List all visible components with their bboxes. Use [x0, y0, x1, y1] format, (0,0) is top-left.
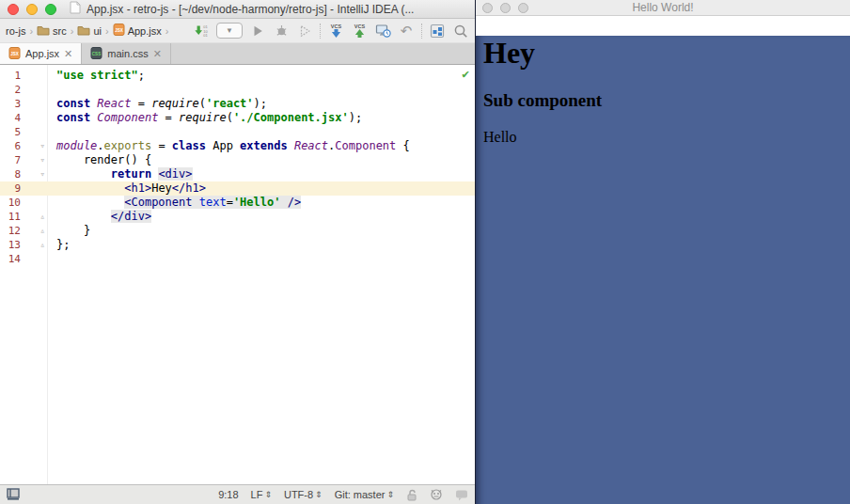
- line-number: 13: [0, 238, 21, 252]
- page-subheading: Sub component: [483, 90, 842, 111]
- line-ending-widget[interactable]: LF⇕: [251, 489, 272, 500]
- close-tab-icon[interactable]: ✕: [153, 49, 162, 59]
- code-line-14[interactable]: 14: [0, 252, 475, 266]
- browser-window-title: Hello World!: [476, 1, 850, 14]
- jsx-file-icon: JSX: [113, 24, 125, 38]
- breadcrumb-item-project[interactable]: ro-js: [6, 25, 25, 37]
- fold-marker-icon[interactable]: ▵: [21, 210, 49, 224]
- code-line-2[interactable]: 2: [0, 83, 475, 97]
- document-proxy-icon[interactable]: [70, 1, 81, 18]
- toolbar-separator: [421, 24, 422, 39]
- code-line-1[interactable]: 1"use strict";: [0, 69, 475, 83]
- zoom-window-button[interactable]: [45, 4, 56, 15]
- breadcrumb-item-ui[interactable]: ui: [77, 24, 102, 38]
- code-text: const React = require('react');: [49, 97, 267, 111]
- tab-app-jsx[interactable]: JSX App.jsx ✕: [0, 43, 82, 64]
- lock-icon[interactable]: [406, 489, 417, 501]
- updown-icon: ⇕: [264, 490, 272, 499]
- run-icon[interactable]: [249, 23, 266, 39]
- chevron-right-icon: ›: [70, 25, 75, 37]
- code-text: };: [49, 238, 70, 252]
- updown-icon: ⇕: [315, 490, 323, 499]
- search-everywhere-icon[interactable]: [452, 23, 469, 39]
- code-text: [49, 125, 56, 139]
- debug-icon[interactable]: [273, 23, 290, 39]
- browser-window: Hello World! Hey Sub component Hello: [475, 0, 850, 504]
- fold-marker-icon[interactable]: ▵: [21, 238, 49, 252]
- fold-gutter: [21, 83, 49, 97]
- line-number: 12: [0, 224, 21, 238]
- code-text: "use strict";: [49, 69, 145, 83]
- line-number: 6: [0, 139, 21, 153]
- caret-position-widget[interactable]: 9:18: [218, 489, 238, 500]
- code-line-7[interactable]: 7▿ render() {: [0, 153, 475, 167]
- fold-gutter: [21, 252, 49, 266]
- event-log-bubble-icon[interactable]: [455, 489, 468, 501]
- line-number: 9: [0, 181, 21, 196]
- fold-marker-icon[interactable]: ▵: [21, 224, 49, 238]
- code-line-4[interactable]: 4const Component = require('./Component.…: [0, 111, 475, 125]
- run-configuration-dropdown[interactable]: ▼: [216, 23, 243, 39]
- undo-icon[interactable]: ↶: [398, 23, 415, 39]
- vcs-commit-icon[interactable]: VCS: [351, 23, 368, 39]
- line-number: 5: [0, 125, 21, 139]
- svg-text:VCS: VCS: [330, 24, 341, 29]
- tab-label: main.css: [107, 48, 148, 59]
- main-toolbar: 011001 ▼ VCS VCS ↶: [193, 23, 469, 39]
- close-window-button[interactable]: [8, 4, 19, 15]
- intellij-titlebar: App.jsx - retro-js - [~/dev/node-harmony…: [0, 0, 475, 19]
- code-line-12[interactable]: 12▵ }: [0, 224, 475, 238]
- code-line-5[interactable]: 5: [0, 125, 475, 139]
- toolwindow-switcher-icon[interactable]: [7, 488, 20, 502]
- project-structure-icon[interactable]: [429, 23, 446, 39]
- code-line-3[interactable]: 3const React = require('react');: [0, 97, 475, 111]
- code-line-11[interactable]: 11▵ </div>: [0, 210, 475, 224]
- hector-inspector-icon[interactable]: [430, 488, 443, 501]
- folder-icon: [77, 24, 90, 38]
- breadcrumb-item-file[interactable]: JSX App.jsx: [113, 24, 162, 38]
- chevron-right-icon: ›: [28, 25, 34, 37]
- code-line-9[interactable]: 9 <h1>Hey</h1>: [0, 181, 475, 196]
- code-line-8[interactable]: 8▿ return <div>: [0, 167, 475, 181]
- line-number: 8: [0, 167, 21, 181]
- svg-text:JSX: JSX: [10, 51, 20, 55]
- navigation-bar: ro-js › src › ui › JSX App.jsx › 011001: [0, 19, 475, 43]
- git-branch-widget[interactable]: Git: master⇕: [335, 489, 394, 500]
- run-with-coverage-icon[interactable]: [296, 23, 313, 39]
- line-number: 4: [0, 111, 21, 125]
- line-number: 11: [0, 210, 21, 224]
- breadcrumb-item-src[interactable]: src: [37, 24, 67, 38]
- window-title: App.jsx - retro-js - [~/dev/node-harmony…: [87, 3, 414, 16]
- code-text: [49, 83, 56, 97]
- svg-text:JSX: JSX: [115, 28, 124, 33]
- line-number: 7: [0, 153, 21, 167]
- fold-marker-icon[interactable]: ▿: [21, 139, 49, 153]
- minimize-window-button[interactable]: [26, 4, 38, 15]
- fold-gutter: [21, 97, 49, 111]
- code-editor[interactable]: 1"use strict";23const React = require('r…: [0, 65, 475, 484]
- css-file-icon: CSS: [90, 47, 102, 61]
- line-number: 10: [0, 196, 21, 210]
- chevron-right-icon: ›: [104, 25, 110, 37]
- tab-main-css[interactable]: CSS main.css ✕: [82, 43, 171, 64]
- line-number: 1: [0, 69, 21, 83]
- sync-changes-icon[interactable]: 011001: [193, 23, 210, 39]
- code-line-10[interactable]: 10 <Component text='Hello' />: [0, 196, 475, 210]
- encoding-widget[interactable]: UTF-8⇕: [284, 489, 323, 500]
- vcs-update-icon[interactable]: VCS: [327, 23, 344, 39]
- fold-gutter: [21, 181, 49, 196]
- status-widgets: 9:18 LF⇕ UTF-8⇕ Git: master⇕: [218, 488, 468, 501]
- fold-marker-icon[interactable]: ▿: [21, 167, 49, 181]
- code-line-6[interactable]: 6▿module.exports = class App extends Rea…: [0, 139, 475, 153]
- browser-content: Hey Sub component Hello: [476, 36, 850, 504]
- fold-marker-icon[interactable]: ▿: [21, 153, 49, 167]
- code-line-13[interactable]: 13▵};: [0, 238, 475, 252]
- line-number: 2: [0, 83, 21, 97]
- fold-gutter: [21, 196, 49, 210]
- close-tab-icon[interactable]: ✕: [64, 49, 72, 59]
- updown-icon: ⇕: [386, 490, 394, 499]
- code-text: render() {: [49, 153, 151, 167]
- local-history-icon[interactable]: [374, 23, 391, 39]
- inspection-ok-icon[interactable]: ✔: [462, 68, 469, 80]
- page-heading: Hey: [483, 36, 842, 71]
